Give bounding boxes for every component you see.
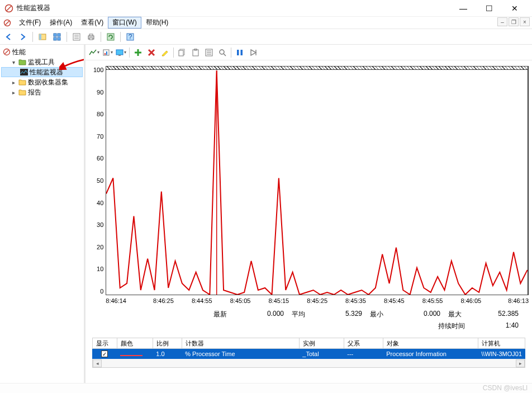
svg-rect-42 [237,50,239,55]
tree-data-collectors[interactable]: ▸ 数据收集器集 [1,77,83,87]
minimize-button[interactable]: — [450,0,476,17]
tree-label: 报告 [28,88,41,97]
svg-rect-27 [118,55,121,56]
window-title: 性能监视器 [17,3,450,13]
navigation-tree[interactable]: 性能 ▾ 监视工具 性能监视器 ▸ 数据收集器集 ▸ 报告 [0,45,86,383]
cell-scale: 1.0 [153,350,182,358]
expand-icon[interactable]: ▸ [10,79,17,86]
tree-monitor-tools[interactable]: ▾ 监视工具 [1,57,83,67]
svg-line-41 [224,54,226,56]
copy-button[interactable] [176,46,188,59]
data-source-button[interactable] [101,46,113,59]
tree-performance-monitor[interactable]: 性能监视器 [1,67,83,77]
menu-help[interactable]: 帮助(H) [141,17,173,29]
svg-rect-17 [107,34,114,40]
show-hide-tree-button[interactable] [36,31,49,43]
help-button[interactable]: ? [124,31,136,43]
cell-computer: \\WIN-3MOJ01 [478,350,525,358]
chart-plot[interactable] [106,66,529,295]
update-button[interactable] [247,46,259,59]
properties-button[interactable] [203,46,215,59]
menu-file[interactable]: 文件(F) [15,17,45,29]
properties-button[interactable] [70,31,83,43]
x-tick: 8:44:55 [183,297,221,304]
stat-avg-label: 平均 [292,310,315,319]
mdi-minimize-button[interactable]: – [497,17,507,26]
cell-parent: --- [344,350,383,358]
stat-max-value: 52.385 [474,310,524,319]
y-tick: 20 [97,244,103,250]
svg-line-21 [5,50,9,54]
col-computer[interactable]: 计算机 [478,338,525,348]
add-counter-button[interactable] [132,46,144,59]
stat-avg-value: 5.329 [317,310,368,319]
stat-max-label: 最大 [448,310,472,319]
stats-row-1: 最新 0.000 平均 5.329 最小 0.000 最大 52.385 [89,304,529,320]
print-button[interactable] [85,31,97,43]
stat-latest-label: 最新 [213,310,237,319]
y-tick: 60 [97,155,103,162]
tree-label: 性能监视器 [30,68,63,77]
mdi-close-button[interactable]: × [520,17,530,26]
expand-icon[interactable]: ▸ [10,89,17,96]
menu-bar: 文件(F) 操作(A) 查看(V) 窗口(W) 帮助(H) – ❐ × [0,17,532,29]
x-tick: 8:45:25 [298,297,336,304]
delete-counter-button[interactable] [145,46,158,59]
scroll-right-button[interactable]: ▸ [516,359,525,367]
legend-row[interactable]: ✓ 1.0 % Processor Time _Total --- Proces… [92,349,525,359]
y-tick: 50 [97,177,103,184]
legend-header[interactable]: 显示 颜色 比例 计数器 实例 父系 对象 计算机 [92,338,525,349]
stat-duration-label: 持续时间 [438,321,472,331]
show-checkbox[interactable]: ✓ [101,351,108,357]
x-tick: 8:46:25 [144,297,183,304]
menu-window[interactable]: 窗口(W) [108,17,141,29]
svg-rect-25 [106,51,107,55]
cell-counter: % Processor Time [182,350,299,358]
freeze-button[interactable] [234,46,246,59]
back-button[interactable] [2,31,15,43]
stat-latest-value: 0.000 [239,310,289,319]
tree-reports[interactable]: ▸ 报告 [1,87,83,97]
col-show[interactable]: 显示 [93,338,117,348]
refresh-button[interactable] [104,31,117,43]
col-object[interactable]: 对象 [383,338,478,348]
chart-header-hatch [106,67,528,70]
svg-rect-16 [89,38,93,40]
maximize-button[interactable]: ☐ [476,0,502,17]
stats-row-2: 持续时间 1:40 [89,320,529,335]
col-scale[interactable]: 比例 [153,338,182,348]
close-button[interactable]: ✕ [502,0,528,17]
menu-action[interactable]: 操作(A) [45,17,77,29]
zoom-button[interactable] [216,46,229,59]
counter-legend: 显示 颜色 比例 计数器 实例 父系 对象 计算机 ✓ 1.0 % Proces… [92,338,525,368]
view-type-button[interactable] [88,46,100,59]
content-pane: 0102030405060708090100 8:46:148:46:258:4… [86,45,532,383]
cell-instance: _Total [299,350,344,358]
x-tick: 8:46:14 [106,297,144,304]
chart-area: 0102030405060708090100 8:46:148:46:258:4… [86,60,532,383]
view-button[interactable] [51,31,63,43]
scroll-left-button[interactable]: ◂ [93,359,102,367]
y-tick: 40 [97,200,103,206]
paste-button[interactable] [189,46,202,59]
legend-scrollbar[interactable]: ◂ ▸ [92,359,525,368]
svg-rect-8 [54,37,56,40]
col-counter[interactable]: 计数器 [182,338,300,348]
col-parent[interactable]: 父系 [344,338,383,348]
folder-icon [18,58,27,67]
mdi-restore-button[interactable]: ❐ [509,17,519,26]
y-tick: 70 [97,133,103,140]
menu-view[interactable]: 查看(V) [77,17,108,29]
y-axis: 0102030405060708090100 [89,66,106,295]
chart-toolbar [86,45,532,60]
col-instance[interactable]: 实例 [300,338,344,348]
col-color[interactable]: 颜色 [117,338,153,348]
forward-button[interactable] [17,31,29,43]
tree-label: 监视工具 [28,58,55,67]
tree-root-performance[interactable]: 性能 [1,47,83,57]
svg-rect-33 [179,50,183,56]
collapse-icon[interactable]: ▾ [10,59,17,65]
highlight-button[interactable] [159,46,171,59]
color-swatch [120,355,142,356]
display-button[interactable] [115,46,127,59]
